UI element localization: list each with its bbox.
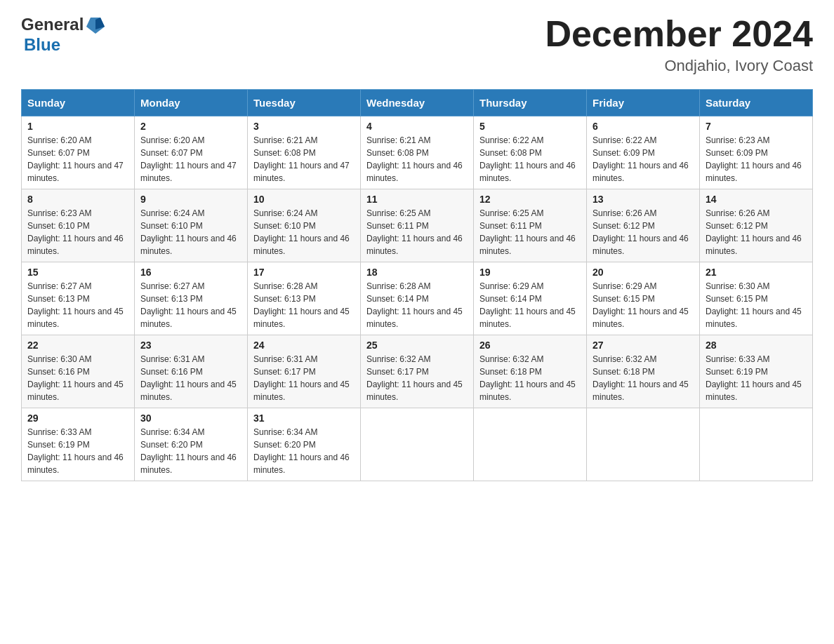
calendar-cell bbox=[700, 408, 813, 481]
header-friday: Friday bbox=[587, 90, 700, 116]
calendar-cell: 30 Sunrise: 6:34 AM Sunset: 6:20 PM Dayl… bbox=[135, 408, 248, 481]
calendar-title: December 2024 bbox=[545, 14, 813, 54]
calendar-week-row: 29 Sunrise: 6:33 AM Sunset: 6:19 PM Dayl… bbox=[22, 408, 813, 481]
day-number: 24 bbox=[253, 340, 355, 351]
day-info: Sunrise: 6:25 AM Sunset: 6:11 PM Dayligh… bbox=[479, 207, 581, 257]
calendar-week-row: 1 Sunrise: 6:20 AM Sunset: 6:07 PM Dayli… bbox=[22, 116, 813, 189]
calendar-cell: 9 Sunrise: 6:24 AM Sunset: 6:10 PM Dayli… bbox=[135, 189, 248, 262]
day-number: 28 bbox=[706, 340, 807, 351]
day-info: Sunrise: 6:24 AM Sunset: 6:10 PM Dayligh… bbox=[140, 207, 241, 257]
calendar-week-row: 22 Sunrise: 6:30 AM Sunset: 6:16 PM Dayl… bbox=[22, 335, 813, 408]
calendar-cell: 3 Sunrise: 6:21 AM Sunset: 6:08 PM Dayli… bbox=[248, 116, 361, 189]
weekday-header-row: Sunday Monday Tuesday Wednesday Thursday… bbox=[22, 90, 813, 116]
day-number: 8 bbox=[27, 194, 128, 205]
day-number: 7 bbox=[706, 121, 807, 132]
calendar-cell bbox=[361, 408, 474, 481]
logo: General Blue bbox=[21, 14, 107, 55]
day-number: 2 bbox=[140, 121, 241, 132]
day-number: 21 bbox=[706, 267, 807, 278]
day-info: Sunrise: 6:23 AM Sunset: 6:09 PM Dayligh… bbox=[706, 134, 807, 185]
day-info: Sunrise: 6:29 AM Sunset: 6:14 PM Dayligh… bbox=[479, 280, 581, 330]
day-number: 18 bbox=[366, 267, 468, 278]
day-number: 22 bbox=[27, 340, 128, 351]
day-info: Sunrise: 6:30 AM Sunset: 6:15 PM Dayligh… bbox=[706, 280, 807, 330]
day-info: Sunrise: 6:20 AM Sunset: 6:07 PM Dayligh… bbox=[140, 134, 241, 185]
calendar-cell: 5 Sunrise: 6:22 AM Sunset: 6:08 PM Dayli… bbox=[474, 116, 587, 189]
day-number: 19 bbox=[479, 267, 581, 278]
calendar-cell: 22 Sunrise: 6:30 AM Sunset: 6:16 PM Dayl… bbox=[22, 335, 135, 408]
calendar-cell: 17 Sunrise: 6:28 AM Sunset: 6:13 PM Dayl… bbox=[248, 262, 361, 335]
day-number: 20 bbox=[593, 267, 694, 278]
calendar-cell: 10 Sunrise: 6:24 AM Sunset: 6:10 PM Dayl… bbox=[248, 189, 361, 262]
calendar-cell: 29 Sunrise: 6:33 AM Sunset: 6:19 PM Dayl… bbox=[22, 408, 135, 481]
day-number: 6 bbox=[593, 121, 694, 132]
day-number: 1 bbox=[27, 121, 128, 132]
day-number: 4 bbox=[366, 121, 468, 132]
header-thursday: Thursday bbox=[474, 90, 587, 116]
day-info: Sunrise: 6:31 AM Sunset: 6:17 PM Dayligh… bbox=[253, 353, 355, 403]
calendar-cell: 6 Sunrise: 6:22 AM Sunset: 6:09 PM Dayli… bbox=[587, 116, 700, 189]
day-info: Sunrise: 6:21 AM Sunset: 6:08 PM Dayligh… bbox=[366, 134, 468, 185]
day-info: Sunrise: 6:22 AM Sunset: 6:09 PM Dayligh… bbox=[593, 134, 694, 185]
calendar-cell: 21 Sunrise: 6:30 AM Sunset: 6:15 PM Dayl… bbox=[700, 262, 813, 335]
day-number: 14 bbox=[706, 194, 807, 205]
day-info: Sunrise: 6:34 AM Sunset: 6:20 PM Dayligh… bbox=[140, 426, 241, 476]
day-info: Sunrise: 6:25 AM Sunset: 6:11 PM Dayligh… bbox=[366, 207, 468, 257]
calendar-cell: 28 Sunrise: 6:33 AM Sunset: 6:19 PM Dayl… bbox=[700, 335, 813, 408]
calendar-week-row: 8 Sunrise: 6:23 AM Sunset: 6:10 PM Dayli… bbox=[22, 189, 813, 262]
day-number: 16 bbox=[140, 267, 241, 278]
day-number: 26 bbox=[479, 340, 581, 351]
calendar-cell: 26 Sunrise: 6:32 AM Sunset: 6:18 PM Dayl… bbox=[474, 335, 587, 408]
calendar-week-row: 15 Sunrise: 6:27 AM Sunset: 6:13 PM Dayl… bbox=[22, 262, 813, 335]
day-info: Sunrise: 6:28 AM Sunset: 6:13 PM Dayligh… bbox=[253, 280, 355, 330]
calendar-cell bbox=[474, 408, 587, 481]
header-monday: Monday bbox=[135, 90, 248, 116]
day-number: 10 bbox=[253, 194, 355, 205]
day-info: Sunrise: 6:32 AM Sunset: 6:18 PM Dayligh… bbox=[479, 353, 581, 403]
day-number: 27 bbox=[593, 340, 694, 351]
day-info: Sunrise: 6:26 AM Sunset: 6:12 PM Dayligh… bbox=[593, 207, 694, 257]
header-wednesday: Wednesday bbox=[361, 90, 474, 116]
day-info: Sunrise: 6:29 AM Sunset: 6:15 PM Dayligh… bbox=[593, 280, 694, 330]
calendar-cell: 24 Sunrise: 6:31 AM Sunset: 6:17 PM Dayl… bbox=[248, 335, 361, 408]
day-number: 11 bbox=[366, 194, 468, 205]
calendar-cell: 12 Sunrise: 6:25 AM Sunset: 6:11 PM Dayl… bbox=[474, 189, 587, 262]
header-saturday: Saturday bbox=[700, 90, 813, 116]
calendar-cell: 2 Sunrise: 6:20 AM Sunset: 6:07 PM Dayli… bbox=[135, 116, 248, 189]
day-number: 29 bbox=[27, 412, 128, 424]
day-info: Sunrise: 6:33 AM Sunset: 6:19 PM Dayligh… bbox=[27, 426, 128, 476]
title-block: December 2024 Ondjahio, Ivory Coast bbox=[545, 14, 813, 75]
day-info: Sunrise: 6:28 AM Sunset: 6:14 PM Dayligh… bbox=[366, 280, 468, 330]
calendar-cell: 1 Sunrise: 6:20 AM Sunset: 6:07 PM Dayli… bbox=[22, 116, 135, 189]
day-info: Sunrise: 6:32 AM Sunset: 6:17 PM Dayligh… bbox=[366, 353, 468, 403]
calendar-table: Sunday Monday Tuesday Wednesday Thursday… bbox=[21, 89, 813, 481]
calendar-cell: 19 Sunrise: 6:29 AM Sunset: 6:14 PM Dayl… bbox=[474, 262, 587, 335]
calendar-cell: 4 Sunrise: 6:21 AM Sunset: 6:08 PM Dayli… bbox=[361, 116, 474, 189]
day-info: Sunrise: 6:20 AM Sunset: 6:07 PM Dayligh… bbox=[27, 134, 128, 185]
calendar-cell: 31 Sunrise: 6:34 AM Sunset: 6:20 PM Dayl… bbox=[248, 408, 361, 481]
calendar-cell: 25 Sunrise: 6:32 AM Sunset: 6:17 PM Dayl… bbox=[361, 335, 474, 408]
day-info: Sunrise: 6:27 AM Sunset: 6:13 PM Dayligh… bbox=[140, 280, 241, 330]
day-number: 17 bbox=[253, 267, 355, 278]
calendar-cell bbox=[587, 408, 700, 481]
day-number: 5 bbox=[479, 121, 581, 132]
day-info: Sunrise: 6:26 AM Sunset: 6:12 PM Dayligh… bbox=[706, 207, 807, 257]
day-info: Sunrise: 6:32 AM Sunset: 6:18 PM Dayligh… bbox=[593, 353, 694, 403]
day-info: Sunrise: 6:31 AM Sunset: 6:16 PM Dayligh… bbox=[140, 353, 241, 403]
day-info: Sunrise: 6:24 AM Sunset: 6:10 PM Dayligh… bbox=[253, 207, 355, 257]
day-info: Sunrise: 6:23 AM Sunset: 6:10 PM Dayligh… bbox=[27, 207, 128, 257]
calendar-cell: 20 Sunrise: 6:29 AM Sunset: 6:15 PM Dayl… bbox=[587, 262, 700, 335]
calendar-cell: 15 Sunrise: 6:27 AM Sunset: 6:13 PM Dayl… bbox=[22, 262, 135, 335]
day-number: 25 bbox=[366, 340, 468, 351]
day-info: Sunrise: 6:30 AM Sunset: 6:16 PM Dayligh… bbox=[27, 353, 128, 403]
logo-general-text: General bbox=[21, 15, 84, 34]
day-info: Sunrise: 6:33 AM Sunset: 6:19 PM Dayligh… bbox=[706, 353, 807, 403]
calendar-cell: 7 Sunrise: 6:23 AM Sunset: 6:09 PM Dayli… bbox=[700, 116, 813, 189]
calendar-cell: 14 Sunrise: 6:26 AM Sunset: 6:12 PM Dayl… bbox=[700, 189, 813, 262]
day-info: Sunrise: 6:34 AM Sunset: 6:20 PM Dayligh… bbox=[253, 426, 355, 476]
logo-blue-text: Blue bbox=[24, 35, 60, 54]
calendar-cell: 18 Sunrise: 6:28 AM Sunset: 6:14 PM Dayl… bbox=[361, 262, 474, 335]
logo-icon bbox=[85, 14, 106, 35]
day-number: 31 bbox=[253, 412, 355, 424]
day-number: 23 bbox=[140, 340, 241, 351]
